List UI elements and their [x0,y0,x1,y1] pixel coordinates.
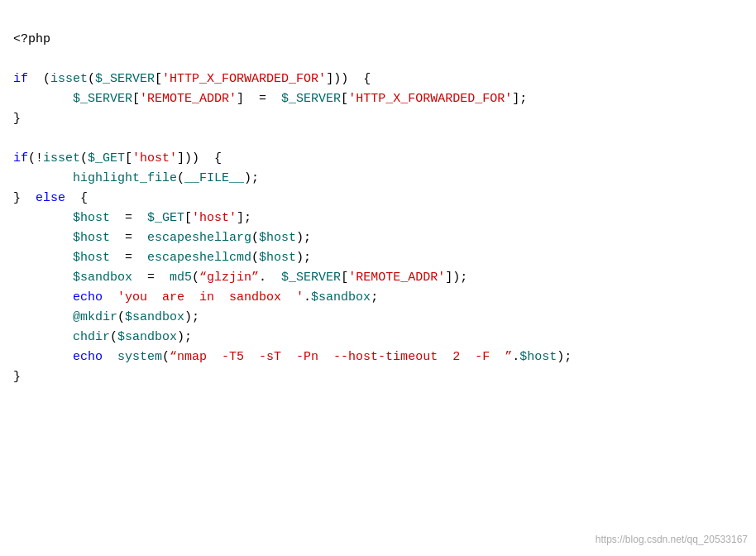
code-line: chdir($sandbox); [13,328,743,348]
code-line [13,50,743,70]
code-line: $host = escapeshellarg($host); [13,228,743,248]
code-line: <?php [13,30,743,50]
code-line: echo 'you are in sandbox '.$sandbox; [13,288,743,308]
code-line: } [13,367,743,387]
code-line: highlight_file(__FILE__); [13,169,743,189]
code-line: } else { [13,189,743,208]
code-line: } [13,109,743,129]
code-line: echo system(“nmap -T5 -sT -Pn --host-tim… [13,348,743,367]
code-viewer: <?php if (isset($_SERVER['HTTP_X_FORWARD… [13,10,743,387]
code-line: $_SERVER['REMOTE_ADDR'] = $_SERVER['HTTP… [13,89,743,109]
code-line: if(!isset($_GET['host'])) { [13,149,743,169]
code-line: $host = escapeshellcmd($host); [13,248,743,268]
code-line [13,129,743,149]
code-line: if (isset($_SERVER['HTTP_X_FORWARDED_FOR… [13,70,743,89]
code-line: $host = $_GET['host']; [13,208,743,228]
code-line: $sandbox = md5(“glzjin”. $_SERVER['REMOT… [13,268,743,288]
code-line: @mkdir($sandbox); [13,308,743,328]
watermark: https://blog.csdn.net/qq_20533167 [596,532,748,548]
